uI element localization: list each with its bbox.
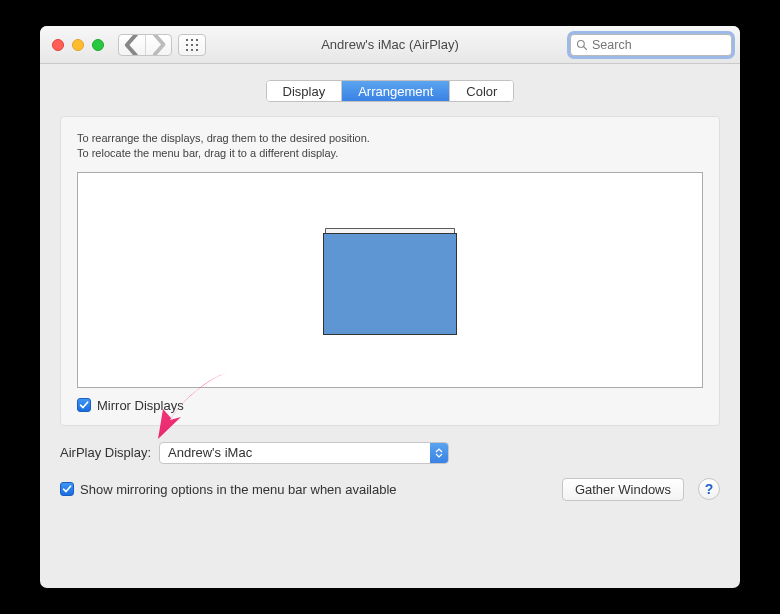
select-arrows-icon — [430, 443, 448, 463]
search-icon — [576, 39, 588, 51]
svg-rect-5 — [196, 44, 198, 46]
toolbar-nav — [118, 34, 206, 56]
svg-rect-6 — [186, 49, 188, 51]
forward-button[interactable] — [145, 35, 171, 55]
help-button[interactable]: ? — [698, 478, 720, 500]
titlebar: Andrew's iMac (AirPlay) — [40, 26, 740, 64]
mirror-displays-label: Mirror Displays — [97, 398, 184, 413]
check-icon — [79, 400, 89, 410]
search-field-wrap[interactable] — [570, 34, 732, 56]
airplay-select-value: Andrew's iMac — [160, 445, 430, 460]
back-forward-segment — [118, 34, 172, 56]
mirror-displays-row: Mirror Displays — [77, 398, 703, 413]
airplay-label: AirPlay Display: — [60, 445, 151, 460]
grid-icon — [186, 39, 198, 51]
hint-line-2: To relocate the menu bar, drag it to a d… — [77, 146, 703, 161]
search-input[interactable] — [592, 38, 726, 52]
window-controls — [52, 39, 104, 51]
svg-rect-8 — [196, 49, 198, 51]
display-arrangement-area[interactable] — [77, 172, 703, 388]
close-button[interactable] — [52, 39, 64, 51]
show-mirroring-label: Show mirroring options in the menu bar w… — [80, 482, 397, 497]
mirror-displays-checkbox[interactable] — [77, 398, 91, 412]
svg-line-10 — [584, 46, 587, 49]
svg-point-9 — [578, 40, 585, 47]
svg-rect-1 — [191, 39, 193, 41]
airplay-select[interactable]: Andrew's iMac — [159, 442, 449, 464]
back-button[interactable] — [119, 35, 145, 55]
tab-segment: Display Arrangement Color — [266, 80, 515, 102]
gather-windows-button[interactable]: Gather Windows — [562, 478, 684, 501]
check-icon — [62, 484, 72, 494]
tabs-wrap: Display Arrangement Color — [60, 80, 720, 102]
show-mirroring-checkbox[interactable] — [60, 482, 74, 496]
tab-display[interactable]: Display — [267, 81, 342, 101]
airplay-row: AirPlay Display: Andrew's iMac — [60, 442, 720, 464]
svg-rect-3 — [186, 44, 188, 46]
tab-color[interactable]: Color — [449, 81, 513, 101]
svg-rect-2 — [196, 39, 198, 41]
svg-rect-0 — [186, 39, 188, 41]
arrangement-panel: To rearrange the displays, drag them to … — [60, 116, 720, 426]
tab-arrangement[interactable]: Arrangement — [341, 81, 449, 101]
display-rectangle[interactable] — [323, 233, 457, 335]
content-area: Display Arrangement Color To rearrange t… — [40, 64, 740, 588]
svg-rect-7 — [191, 49, 193, 51]
hint-line-1: To rearrange the displays, drag them to … — [77, 131, 703, 146]
zoom-button[interactable] — [92, 39, 104, 51]
show-all-button[interactable] — [179, 35, 205, 55]
bottom-row: Show mirroring options in the menu bar w… — [60, 478, 720, 501]
minimize-button[interactable] — [72, 39, 84, 51]
svg-rect-4 — [191, 44, 193, 46]
preferences-window: Andrew's iMac (AirPlay) Display Arrangem… — [40, 26, 740, 588]
show-all-segment — [178, 34, 206, 56]
